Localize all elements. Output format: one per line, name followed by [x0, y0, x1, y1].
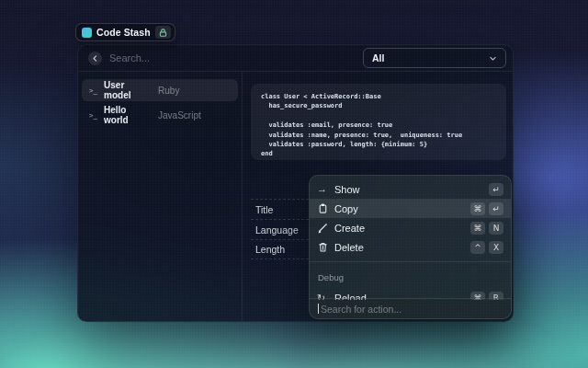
snippet-title: User model — [104, 80, 152, 100]
lock-icon — [158, 28, 168, 38]
action-search-bar — [310, 298, 511, 318]
key-cmd: ⌘ — [470, 222, 485, 235]
menu-item-label: Show — [334, 184, 489, 195]
code-line: end — [261, 149, 496, 158]
text-cursor — [318, 304, 319, 314]
menu-item-copy[interactable]: Copy ⌘ ↵ — [310, 199, 511, 218]
clipboard-icon — [317, 202, 334, 214]
action-search-input[interactable] — [321, 304, 503, 315]
key-ctrl: ^ — [470, 241, 485, 254]
snippet-title: Hello world — [104, 105, 152, 125]
key-n: N — [489, 222, 503, 235]
snippet-row-hello-world[interactable]: >_ Hello world JavaScript — [82, 104, 238, 126]
code-line — [261, 111, 496, 121]
snippet-language: JavaScript — [158, 110, 201, 121]
menu-item-label: Delete — [334, 242, 470, 253]
terminal-icon: >_ — [89, 86, 97, 95]
app-pill[interactable]: Code Stash — [75, 23, 175, 41]
key-x: X — [489, 241, 503, 254]
snippet-list: >_ User model Ruby >_ Hello world JavaSc… — [78, 72, 243, 321]
chevron-left-icon — [91, 54, 99, 63]
menu-item-label: Copy — [334, 203, 470, 214]
arrow-right-icon: → — [317, 184, 334, 194]
chevron-down-icon — [489, 54, 497, 63]
code-stash-app-icon — [82, 28, 92, 38]
metadata-label: Language — [255, 224, 299, 236]
code-line: has_secure_password — [261, 101, 496, 110]
menu-item-delete[interactable]: Delete ^ X — [310, 237, 511, 257]
back-button[interactable] — [88, 52, 102, 65]
filter-dropdown[interactable]: All — [363, 48, 506, 68]
action-menu: → Show ↵ Copy ⌘ ↵ — [309, 175, 512, 319]
snippet-language: Ruby — [158, 86, 179, 96]
snippet-row-user-model[interactable]: >_ User model Ruby — [82, 79, 238, 101]
action-menu-items: → Show ↵ Copy ⌘ ↵ — [310, 176, 511, 300]
key-cmd: ⌘ — [470, 202, 485, 215]
code-line: validates :name, presence: true, uniquen… — [261, 131, 496, 140]
trash-icon — [317, 241, 334, 253]
metadata-label: Length — [255, 244, 285, 255]
key-return: ↵ — [489, 202, 503, 215]
filter-dropdown-value: All — [372, 52, 384, 63]
code-line: class User < ActiveRecord::Base — [261, 92, 496, 101]
search-input[interactable] — [109, 52, 363, 63]
metadata-label: Title — [255, 204, 273, 215]
menu-item-label: Create — [334, 223, 470, 234]
key-return: ↵ — [489, 183, 503, 196]
lock-badge[interactable] — [155, 26, 171, 39]
terminal-icon: >_ — [89, 111, 97, 120]
code-line: validates :email, presence: true — [261, 121, 496, 130]
menu-item-show[interactable]: → Show ↵ — [310, 179, 511, 199]
menu-section-debug: Debug — [310, 262, 511, 284]
window-header: All — [78, 45, 513, 72]
menu-item-create[interactable]: Create ⌘ N — [310, 218, 511, 237]
code-preview: class User < ActiveRecord::Base has_secu… — [251, 84, 506, 160]
app-title: Code Stash — [96, 27, 151, 38]
code-line: validates :password, length: {minimum: 5… — [261, 140, 496, 149]
pencil-icon — [317, 222, 334, 234]
